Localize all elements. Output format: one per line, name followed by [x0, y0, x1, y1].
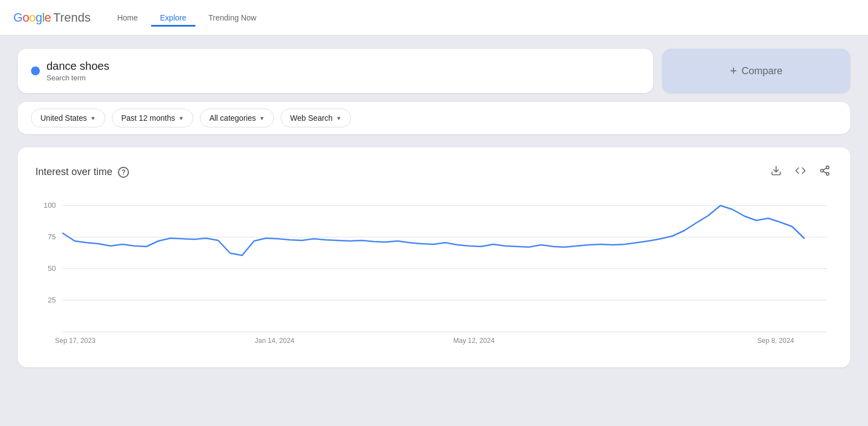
search-term-label: Search term [46, 74, 109, 82]
chart-header: Interest over time ? [35, 163, 833, 181]
trend-line [63, 206, 804, 255]
svg-text:May 12, 2024: May 12, 2024 [453, 337, 495, 345]
chart-actions [768, 163, 833, 181]
nav-explore[interactable]: Explore [151, 9, 195, 27]
compare-plus-icon: + [730, 64, 737, 78]
header: Google Trends Home Explore Trending Now [0, 0, 868, 35]
svg-text:50: 50 [48, 264, 56, 273]
chart-title-area: Interest over time ? [35, 166, 129, 178]
filter-search-type-label: Web Search [290, 114, 333, 122]
svg-text:75: 75 [48, 233, 56, 241]
filter-location-label: United States [40, 114, 87, 122]
filter-time-label: Past 12 months [121, 114, 175, 122]
chevron-down-icon: ▼ [259, 115, 265, 121]
filter-location[interactable]: United States ▼ [31, 109, 105, 127]
chevron-down-icon: ▼ [90, 115, 96, 121]
nav-home[interactable]: Home [108, 9, 147, 27]
svg-text:25: 25 [48, 296, 56, 304]
search-text-block: dance shoes Search term [46, 60, 109, 82]
filters-bar: United States ▼ Past 12 months ▼ All cat… [18, 102, 850, 134]
filter-category[interactable]: All categories ▼ [200, 109, 274, 127]
chevron-down-icon: ▼ [336, 115, 342, 121]
svg-text:Sep 17, 2023: Sep 17, 2023 [55, 337, 96, 345]
share-button[interactable] [817, 163, 833, 181]
svg-text:100: 100 [44, 201, 56, 209]
search-area: dance shoes Search term + Compare [18, 49, 850, 93]
logo-text: Google [13, 11, 51, 25]
main-nav: Home Explore Trending Now [108, 9, 265, 27]
chart-container: 100 75 50 25 Sep 17, 2023 Jan 14, 2024 M… [35, 194, 833, 352]
google-trends-logo[interactable]: Google Trends [13, 11, 91, 25]
trends-label: Trends [53, 11, 91, 25]
filter-category-label: All categories [209, 114, 256, 122]
svg-line-5 [823, 168, 826, 170]
svg-line-4 [823, 171, 826, 173]
search-term: dance shoes [46, 60, 109, 73]
compare-label: Compare [741, 65, 782, 77]
chart-title: Interest over time [35, 166, 112, 178]
nav-trending-now[interactable]: Trending Now [200, 9, 266, 27]
filter-time[interactable]: Past 12 months ▼ [112, 109, 193, 127]
search-box[interactable]: dance shoes Search term [18, 49, 653, 93]
compare-box[interactable]: + Compare [662, 49, 850, 93]
download-button[interactable] [768, 163, 784, 181]
help-icon[interactable]: ? [118, 167, 129, 178]
search-dot-indicator [31, 66, 40, 75]
main-content: dance shoes Search term + Compare United… [0, 35, 868, 381]
trend-chart-svg: 100 75 50 25 Sep 17, 2023 Jan 14, 2024 M… [35, 194, 833, 350]
svg-text:Jan 14, 2024: Jan 14, 2024 [255, 337, 294, 345]
embed-button[interactable] [793, 163, 808, 181]
interest-over-time-card: Interest over time ? [18, 147, 850, 367]
chevron-down-icon: ▼ [178, 115, 184, 121]
filter-search-type[interactable]: Web Search ▼ [281, 109, 351, 127]
svg-text:Sep 8, 2024: Sep 8, 2024 [757, 337, 794, 345]
